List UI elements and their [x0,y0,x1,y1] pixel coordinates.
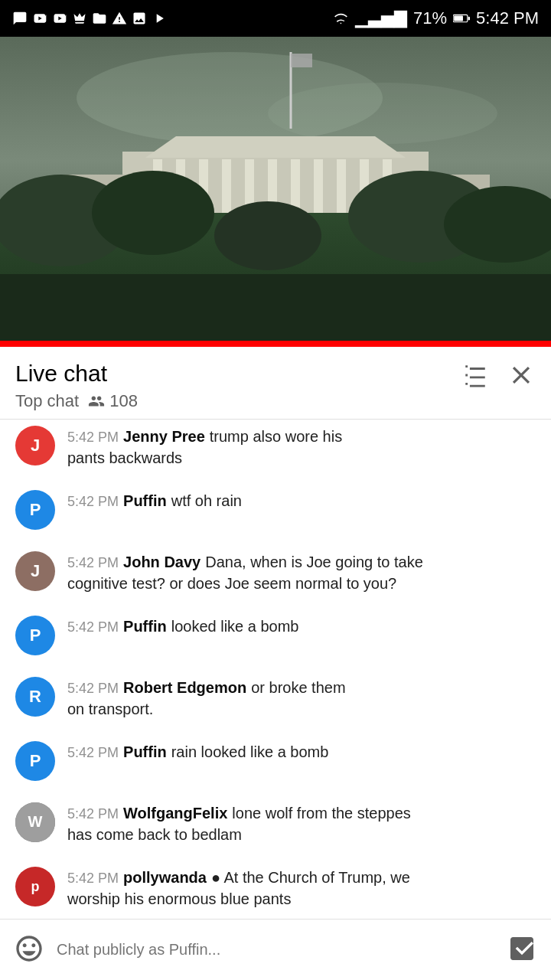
filter-icon[interactable] [462,362,488,391]
message-author: Puffin [123,618,167,635]
message-author: Jenny Pree [123,428,205,446]
message-meta: 5:42 PM pollywanda ● At the Church of Tr… [67,867,536,888]
message-content: 5:42 PM Puffin rain looked like a bomb [67,741,536,763]
list-item: J 5:42 PM John Davy Dana, when is Joe go… [0,541,551,605]
message-meta: 5:42 PM WolfgangFelix lone wolf from the… [67,802,536,824]
warning-icon [112,11,127,26]
message-time: 5:42 PM [67,681,119,697]
chat-subtitle: Top chat 108 [15,391,138,411]
svg-rect-1 [454,15,463,21]
message-meta: 5:42 PM Puffin rain looked like a bomb [67,741,536,763]
close-icon[interactable] [507,361,536,393]
message-text-inline: lone wolf from the steppes [232,802,410,824]
message-meta: 5:42 PM Puffin looked like a bomb [67,616,536,637]
message-text: on transport. [67,698,536,720]
signal-bars: ▁▃▅▇ [355,8,407,28]
message-icon [12,11,28,26]
battery-level: 71% [413,8,447,28]
message-text-inline: Dana, when is Joe going to take [205,551,423,573]
svg-marker-20 [145,136,406,158]
message-text-inline: or broke them [251,677,345,698]
message-text: pants backwards [67,447,536,469]
avatar: R [15,677,55,717]
message-time: 5:42 PM [67,494,119,510]
message-meta: 5:42 PM Jenny Pree trump also wore his [67,426,536,447]
svg-point-25 [92,171,214,255]
message-content: 5:42 PM Puffin wtf oh rain [67,490,536,511]
emoji-icon[interactable] [14,933,44,967]
status-time: 5:42 PM [476,8,539,28]
status-icons [12,11,167,26]
list-item: P 5:42 PM Puffin looked like a bomb [0,605,551,666]
list-item: P 5:42 PM Puffin wtf oh rain [0,479,551,541]
crown-icon [72,11,87,26]
message-time: 5:42 PM [67,871,119,887]
message-time: 5:42 PM [67,430,119,446]
message-content: 5:42 PM pollywanda ● At the Church of Tr… [67,867,536,910]
avatar: W [15,802,55,842]
live-chat-title: Live chat [15,361,138,387]
message-time: 5:42 PM [67,619,119,635]
svg-rect-29 [0,274,551,347]
message-text-inline: looked like a bomb [171,616,299,637]
message-author: Puffin [123,492,167,510]
chat-input-bar [0,919,551,980]
message-author: John Davy [123,554,201,571]
svg-point-5 [268,83,497,144]
list-item: R 5:42 PM Robert Edgemon or broke them o… [0,666,551,730]
message-author: pollywanda [123,869,207,887]
svg-rect-7 [291,54,312,67]
avatar: p [15,867,55,910]
avatar: P [15,616,55,655]
avatar: J [15,426,55,466]
message-content: 5:42 PM Robert Edgemon or broke them on … [67,677,536,720]
message-text-inline: rain looked like a bomb [171,741,329,763]
send-icon[interactable] [507,933,537,967]
play-icon [152,11,167,26]
message-text-inline: wtf oh rain [171,490,242,511]
message-text: worship his enormous blue pants [67,888,536,910]
message-time: 5:42 PM [67,806,119,822]
message-time: 5:42 PM [67,745,119,761]
video-content [0,37,551,347]
message-author: WolfgangFelix [123,805,227,822]
message-content: 5:42 PM WolfgangFelix lone wolf from the… [67,802,536,845]
chat-input[interactable] [57,932,494,969]
message-author: Robert Edgemon [123,679,246,697]
svg-rect-2 [468,17,470,21]
message-text-inline: ● At the Church of Trump, we [211,867,410,888]
top-chat-label[interactable]: Top chat [15,391,79,411]
chat-messages-list: J 5:42 PM Jenny Pree trump also wore his… [0,420,551,920]
message-text-inline: trump also wore his [210,426,342,447]
svg-text:p: p [31,879,40,894]
viewer-count: 108 [109,391,138,411]
live-chat-panel: Live chat Top chat 108 [0,347,551,980]
status-right: ▁▃▅▇ 71% 5:42 PM [332,8,539,28]
video-player[interactable] [0,37,551,347]
chat-controls [462,361,536,393]
progress-bar[interactable] [0,341,551,347]
message-content: 5:42 PM Puffin looked like a bomb [67,616,536,637]
svg-text:W: W [28,813,43,830]
folder-icon [92,11,107,26]
image-icon [132,11,147,26]
message-content: 5:42 PM John Davy Dana, when is Joe goin… [67,551,536,594]
svg-point-28 [214,201,321,270]
list-item: W 5:42 PM WolfgangFelix lone wolf from t… [0,792,551,856]
avatar: P [15,741,55,781]
status-bar: ▁▃▅▇ 71% 5:42 PM [0,0,551,37]
avatar: P [15,490,55,530]
message-text: has come back to bedlam [67,824,536,845]
wifi-icon [332,11,349,25]
message-meta: 5:42 PM John Davy Dana, when is Joe goin… [67,551,536,573]
chat-header: Live chat Top chat 108 [0,347,551,420]
list-item: J 5:42 PM Jenny Pree trump also wore his… [0,420,551,479]
youtube-icon [32,11,47,26]
message-content: 5:42 PM Jenny Pree trump also wore his p… [67,426,536,469]
list-item: P 5:42 PM Puffin rain looked like a bomb [0,730,551,792]
message-meta: 5:42 PM Puffin wtf oh rain [67,490,536,511]
youtube2-icon [52,11,67,26]
battery-icon [453,13,470,24]
message-time: 5:42 PM [67,555,119,571]
avatar: J [15,551,55,591]
